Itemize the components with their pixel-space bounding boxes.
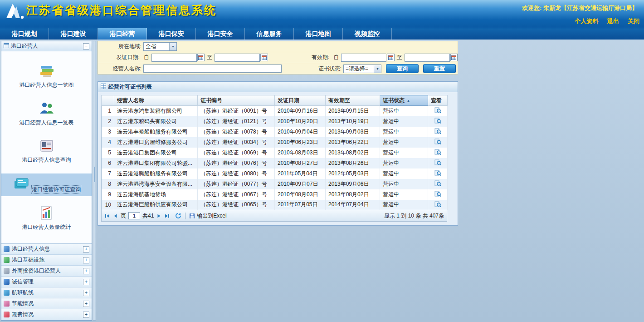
issue-date-to-input[interactable] <box>215 54 260 62</box>
sidebar-item-label: 港口经营人数量统计 <box>1 223 92 231</box>
expand-section-button[interactable]: + <box>83 257 89 263</box>
collapse-panel-button[interactable]: − <box>83 43 89 50</box>
expand-section-button[interactable]: + <box>83 290 89 296</box>
view-detail-icon[interactable] <box>434 138 441 146</box>
view-detail-icon[interactable] <box>434 201 441 209</box>
table-row[interactable]: 8 连云港港湾海事安全设备有限... （苏连）港经证（0077）号 2010年0… <box>102 179 448 189</box>
table-row[interactable]: 2 连云港东粮码头有限公司 （苏连）港经证（0121）号 2010年10月20日… <box>102 116 448 127</box>
logout-link[interactable]: 退出 <box>607 18 619 25</box>
calendar-button[interactable] <box>387 54 394 61</box>
col-cert-status[interactable]: 证书状态▲ <box>380 95 428 106</box>
calendar-button[interactable] <box>260 54 268 61</box>
view-detail-icon[interactable] <box>434 180 441 188</box>
tab-port-safety[interactable]: 港口安全 <box>196 28 245 40</box>
operator-name-cell: 连云港丰裕船舶服务有限公司 <box>114 127 198 137</box>
operator-name-input[interactable] <box>143 64 282 73</box>
table-header-row: 经营人名称 证书编号 发证日期 有效期至 证书状态▲ 查看 <box>102 95 448 106</box>
sidebar: 港口经营人 − 港口经营人信息一览图 <box>1 41 92 321</box>
sidebar-section-foreign-investment[interactable]: 外商投资港口经营人 + <box>1 266 92 277</box>
row-number-cell: 2 <box>102 116 114 127</box>
col-issue-date[interactable]: 发证日期 <box>275 95 326 106</box>
next-page-button[interactable] <box>156 213 162 219</box>
profile-link[interactable]: 个人资料 <box>575 18 598 25</box>
col-cert-no[interactable]: 证书编号 <box>198 95 275 106</box>
valid-until-cell: 2013年08月02日 <box>326 148 380 158</box>
sidebar-item-operator-overview-table[interactable]: 港口经营人信息一览表 <box>1 99 92 129</box>
table-row[interactable]: 6 连云港港口集团有限公司轮驳... （苏连）港经证（0076）号 2010年0… <box>102 158 448 168</box>
from-label: 自 <box>331 54 341 61</box>
issue-date-cell: 2011年05月04日 <box>275 168 326 179</box>
main-area: 所在地域: 全省 发证日期: 自 至 有效期: <box>98 41 644 322</box>
splitter-grip <box>94 167 95 182</box>
search-button[interactable]: 查询 <box>386 64 419 73</box>
sidebar-section-port-infrastructure[interactable]: 港口基础设施 + <box>1 255 92 266</box>
refresh-button[interactable] <box>175 213 181 219</box>
view-detail-icon[interactable] <box>434 190 441 198</box>
sidebar-item-operator-overview-chart[interactable]: 港口经营人信息一览图 <box>1 61 92 92</box>
tab-port-operation[interactable]: 港口经营 <box>98 28 147 40</box>
sidebar-splitter[interactable] <box>93 41 96 321</box>
view-cell <box>428 179 448 189</box>
sidebar-item-operator-statistics[interactable]: 港口经营人数量统计 <box>1 203 92 234</box>
page-number-input[interactable] <box>128 212 140 219</box>
status-cell: 营运中 <box>380 189 428 200</box>
tab-port-security[interactable]: 港口保安 <box>147 28 196 40</box>
issue-date-label: 发证日期: <box>98 54 141 61</box>
calendar-button[interactable] <box>197 54 205 61</box>
table-row[interactable]: 3 连云港丰裕船舶服务有限公司 （苏连）港经证（0078）号 2010年09月0… <box>102 127 448 137</box>
col-cert-status-label: 证书状态 <box>383 97 405 104</box>
sidebar-section-energy-saving[interactable]: 节能情况 + <box>1 298 92 309</box>
license-card-icon <box>12 186 32 193</box>
view-detail-icon[interactable] <box>434 169 441 178</box>
validity-to-input[interactable] <box>405 54 450 62</box>
tab-port-map[interactable]: 港口地图 <box>294 28 343 40</box>
tab-port-planning[interactable]: 港口规划 <box>0 28 49 40</box>
sidebar-section-fees[interactable]: 规费情况 + <box>1 309 92 320</box>
prev-page-button[interactable] <box>112 213 118 219</box>
content-area: 港口经营人 − 港口经营人信息一览图 <box>0 40 644 322</box>
table-row[interactable]: 5 连云港港口集团有限公司 （苏连）港经证（0069）号 2010年08月03日… <box>102 148 448 158</box>
sidebar-section-integrity-management[interactable]: 诚信管理 + <box>1 277 92 287</box>
col-operator-name[interactable]: 经营人名称 <box>114 95 198 106</box>
sidebar-panel-header[interactable]: 港口经营人 − <box>1 41 92 51</box>
view-detail-icon[interactable] <box>434 117 441 125</box>
tab-video-monitor[interactable]: 视频监控 <box>343 28 392 40</box>
validity-from-input[interactable] <box>341 54 386 62</box>
filter-row-region: 所在地域: 全省 <box>98 41 458 52</box>
close-link[interactable]: 关闭 <box>628 18 639 25</box>
expand-section-button[interactable]: + <box>83 268 89 274</box>
table-row[interactable]: 10 连云港海巨船舶供应有限公司 （苏连）港经证（0065）号 2011年07月… <box>102 200 448 210</box>
pagination-bar: 页 共41 输出到Excel <box>101 210 447 222</box>
search-filter-form: 所在地域: 全省 发证日期: 自 至 有效期: <box>98 41 458 74</box>
expand-section-button[interactable]: + <box>83 312 89 318</box>
issue-date-from-input[interactable] <box>151 54 197 62</box>
table-row[interactable]: 1 连云港东鸿集装箱有限公司 （苏连）港经证（0091）号 2010年09月16… <box>102 106 448 116</box>
view-detail-icon[interactable] <box>434 149 441 157</box>
view-detail-icon[interactable] <box>434 107 441 115</box>
view-detail-icon[interactable] <box>434 128 441 136</box>
expand-section-button[interactable]: + <box>83 246 89 253</box>
cert-status-select[interactable]: =请选择= <box>343 64 381 73</box>
sidebar-section-operator-info[interactable]: 港口经营人信息 + <box>1 244 92 255</box>
expand-section-button[interactable]: + <box>83 301 89 307</box>
first-page-button[interactable] <box>104 213 110 219</box>
dropdown-arrow-icon <box>169 43 176 50</box>
sidebar-item-license-query[interactable]: 港口经营许可证查询 <box>1 173 92 196</box>
reset-button[interactable]: 重置 <box>423 64 456 73</box>
view-detail-icon[interactable] <box>434 159 441 167</box>
export-excel-button[interactable]: 输出到Excel <box>189 212 226 220</box>
table-row[interactable]: 7 连云港港腾船舶服务有限公司 （苏连）港经证（0080）号 2011年05月0… <box>102 168 448 179</box>
col-valid-until[interactable]: 有效期至 <box>326 95 380 106</box>
last-page-button[interactable] <box>164 213 170 219</box>
filter-row-name-status: 经营人名称: 证书状态: =请选择= 查询 重置 <box>98 63 458 74</box>
panel-body: 经营人名称 证书编号 发证日期 有效期至 证书状态▲ 查看 1 连云港东鸿集装箱… <box>98 92 458 225</box>
sidebar-item-operator-info-query[interactable]: 港口经营人信息查询 <box>1 136 92 167</box>
calendar-button[interactable] <box>450 54 458 61</box>
table-row[interactable]: 9 连云港海航基地货场 （苏连）港经证（0067）号 2010年08月03日 2… <box>102 189 448 200</box>
expand-section-button[interactable]: + <box>83 279 89 285</box>
tab-port-construction[interactable]: 港口建设 <box>49 28 98 40</box>
tab-info-service[interactable]: 信息服务 <box>245 28 294 40</box>
table-row[interactable]: 4 连云港港口房屋维修服务公司 （苏连）港经证（0034）号 2010年06月2… <box>102 137 448 148</box>
sidebar-section-shipping-routes[interactable]: 航班航线 + <box>1 287 92 298</box>
region-select[interactable]: 全省 <box>143 42 177 51</box>
